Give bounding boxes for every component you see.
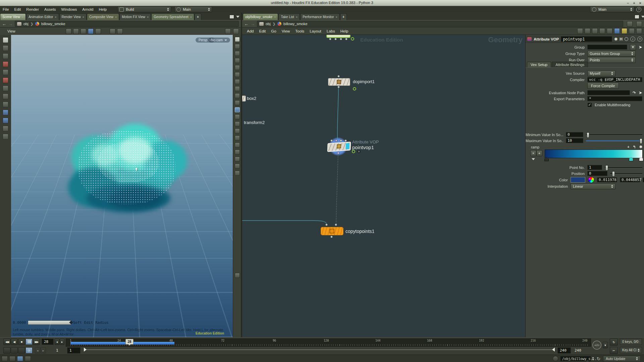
close-button[interactable]: × [639, 1, 641, 5]
handle-display-icon[interactable] [235, 164, 240, 169]
node-input-dot[interactable] [335, 139, 337, 142]
node-label[interactable]: dopimport1 [353, 79, 375, 84]
ramp-add-point-icon[interactable]: + [627, 145, 629, 149]
min-value-slider[interactable] [586, 132, 642, 137]
reference-plane-icon[interactable] [235, 121, 240, 126]
step-forward-icon[interactable]: ▸ [60, 339, 64, 345]
node-label[interactable]: transform2 [244, 120, 265, 125]
grid-toggle-icon[interactable] [235, 114, 240, 119]
houdini-logo-icon[interactable]: H [620, 37, 623, 42]
node-label[interactable]: copytopoints1 [345, 229, 374, 234]
select-mode-grid-icon[interactable] [95, 28, 101, 34]
paint-tool-icon[interactable] [3, 110, 8, 115]
comb-tool-icon[interactable] [3, 102, 8, 107]
node-label[interactable]: pointvop1 [352, 144, 374, 150]
ramp-marker-0[interactable] [544, 157, 549, 161]
eval-node-path-field[interactable] [587, 90, 630, 95]
select-status-icon[interactable] [2, 356, 8, 361]
color-swatch[interactable] [571, 177, 585, 183]
jump-icon[interactable]: ↷ [633, 90, 636, 95]
pane-maximize-icon[interactable] [635, 15, 639, 19]
node-input-dot[interactable] [340, 139, 342, 142]
node-input-dot[interactable] [335, 224, 337, 226]
cook-mode-icon[interactable] [17, 356, 23, 361]
breadcrumb-node[interactable]: billowy_smoke [41, 22, 65, 26]
vex-source-select[interactable]: Myself [587, 70, 615, 76]
current-frame-field[interactable]: 28 [42, 339, 54, 345]
node-pointvop1[interactable] [327, 141, 351, 152]
guide-display-icon[interactable] [235, 157, 240, 162]
scoped-channels-icon[interactable] [11, 347, 18, 354]
node-name-field[interactable]: pointvop1 [561, 36, 612, 42]
tab-render-view[interactable]: Render View× [59, 13, 87, 20]
color-g-field[interactable]: 0.0448857 [620, 177, 640, 182]
export-parameters-field[interactable]: * [587, 96, 642, 101]
shelf-set-spinner-icon[interactable] [208, 8, 210, 11]
viewport-options-icon[interactable] [235, 273, 240, 278]
display-flag[interactable] [346, 143, 350, 149]
prev-key-icon[interactable]: ◂ [35, 347, 40, 354]
motion-path-icon[interactable] [18, 347, 25, 354]
rotate-tool-icon[interactable] [80, 28, 86, 34]
auto-key-button[interactable]: AUTO [592, 341, 601, 350]
desktop-spinner-icon[interactable] [167, 8, 169, 11]
tab-motion-fx-view[interactable]: Motion FX View× [119, 13, 151, 20]
realtime-toggle-icon[interactable]: ◷ [25, 347, 33, 354]
handle-status-icon[interactable] [9, 356, 15, 361]
color-wheel-icon[interactable] [588, 177, 594, 183]
params-yellow-panel-icon[interactable] [622, 28, 627, 34]
menu-windows[interactable]: Windows [59, 7, 80, 11]
tab-composite-view[interactable]: Composite View× [87, 13, 119, 20]
node-box2-partial[interactable] [242, 96, 246, 102]
breadcrumb[interactable]: obj ❯ billowy_smoke [257, 21, 623, 27]
view-tool-icon[interactable] [235, 37, 240, 42]
tab-vex-setup[interactable]: Vex Setup [527, 62, 551, 67]
forward-icon[interactable]: → [8, 21, 13, 26]
group-select-arrow-icon[interactable]: ➤ [639, 45, 642, 50]
node-input-dot[interactable] [344, 139, 347, 142]
min-value-field[interactable]: 0 [566, 132, 583, 137]
net-menu-tools[interactable]: Tools [292, 29, 307, 33]
shadows-icon[interactable] [235, 100, 240, 105]
play-reverse-button[interactable]: ◀ [11, 339, 18, 345]
range-end-field[interactable]: 240 [557, 347, 571, 354]
ramp-delete-icon[interactable]: × [530, 150, 536, 156]
tab-close-icon[interactable]: × [274, 15, 276, 19]
max-value-slider[interactable] [586, 138, 642, 143]
tab-close-icon[interactable]: × [22, 15, 23, 19]
snap-mode-icon[interactable] [235, 107, 240, 112]
soft-edit-slider[interactable] [28, 320, 71, 325]
back-icon[interactable]: ← [2, 21, 6, 26]
display-options-icon[interactable] [225, 28, 231, 34]
node-label[interactable]: box2 [247, 96, 256, 101]
node-input-dot[interactable] [325, 224, 328, 226]
tab-scene-view[interactable]: Scene View× [0, 13, 26, 20]
stop-button[interactable]: ■ [18, 339, 25, 345]
node-input-dot[interactable] [334, 38, 337, 40]
frame-view-icon[interactable] [235, 51, 240, 56]
path-spinner-icon[interactable] [592, 357, 594, 360]
select-arrow-icon[interactable] [3, 37, 8, 43]
params-pin-icon[interactable] [585, 28, 590, 34]
timeline-ruler[interactable]: 1 24 48 72 96 120 144 168 192 216 240 28 [66, 339, 591, 347]
snapshot-icon[interactable] [117, 28, 123, 34]
scene-viewport[interactable]: Persp No cam 0.0000 Soft Edit Radius Lef… [11, 35, 233, 337]
box-select-icon[interactable] [88, 28, 94, 34]
tab-take-list[interactable]: Take List× [278, 13, 300, 20]
tab-close-icon[interactable]: × [147, 15, 149, 19]
forward-icon[interactable]: → [251, 21, 255, 26]
wrangle-tool-icon[interactable] [3, 118, 8, 123]
compiler-field[interactable]: vcc -q $VOP_INCLUDEPATH -o $VOP_OBJECTFI… [587, 77, 642, 82]
visibility-icon[interactable] [235, 135, 240, 140]
ramp-gradient[interactable] [545, 149, 643, 158]
force-compile-button[interactable]: Force Compile [587, 82, 619, 89]
desktop-selector[interactable]: Build [117, 6, 171, 12]
spinner-icon[interactable] [631, 52, 633, 55]
range-start-field[interactable]: 1 [67, 347, 80, 354]
node-pick-icon[interactable]: ➤ [639, 90, 642, 95]
breadcrumb-root[interactable]: obj [23, 22, 29, 26]
pose-tool-icon[interactable] [3, 53, 8, 59]
pause-button[interactable] [25, 339, 33, 345]
spinner-icon[interactable] [636, 357, 638, 360]
tab-animation-editor[interactable]: Animation Editor× [26, 13, 59, 20]
